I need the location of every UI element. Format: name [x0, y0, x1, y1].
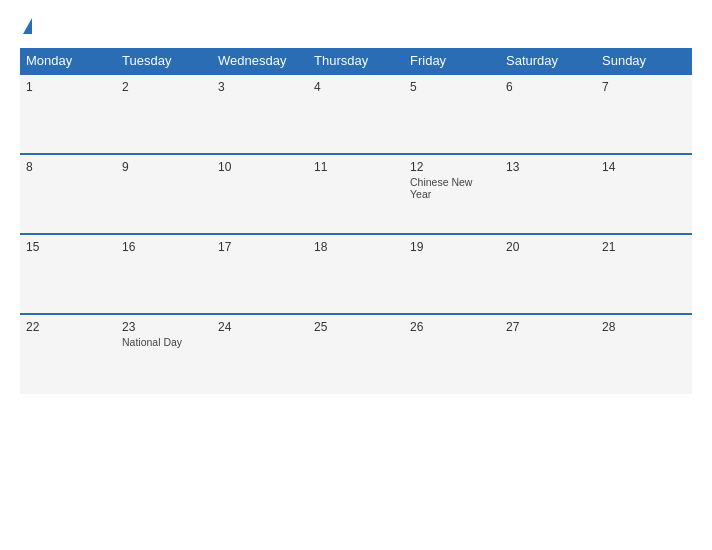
- day-number-26: 26: [410, 320, 494, 334]
- calendar-day-15: 15: [20, 234, 116, 314]
- day-number-25: 25: [314, 320, 398, 334]
- weekday-header-thursday: Thursday: [308, 48, 404, 74]
- day-number-2: 2: [122, 80, 206, 94]
- calendar-day-6: 6: [500, 74, 596, 154]
- calendar-day-3: 3: [212, 74, 308, 154]
- calendar-table: MondayTuesdayWednesdayThursdayFridaySatu…: [20, 48, 692, 394]
- calendar-day-4: 4: [308, 74, 404, 154]
- day-number-14: 14: [602, 160, 686, 174]
- calendar-day-23: 23National Day: [116, 314, 212, 394]
- day-number-1: 1: [26, 80, 110, 94]
- weekday-header-friday: Friday: [404, 48, 500, 74]
- calendar-day-26: 26: [404, 314, 500, 394]
- day-number-21: 21: [602, 240, 686, 254]
- day-number-11: 11: [314, 160, 398, 174]
- calendar-week-4: 2223National Day2425262728: [20, 314, 692, 394]
- event-label-12: Chinese New Year: [410, 176, 494, 200]
- day-number-8: 8: [26, 160, 110, 174]
- calendar-day-16: 16: [116, 234, 212, 314]
- calendar-header-row: MondayTuesdayWednesdayThursdayFridaySatu…: [20, 48, 692, 74]
- day-number-17: 17: [218, 240, 302, 254]
- calendar-day-28: 28: [596, 314, 692, 394]
- day-number-12: 12: [410, 160, 494, 174]
- weekday-header-monday: Monday: [20, 48, 116, 74]
- event-label-23: National Day: [122, 336, 206, 348]
- day-number-23: 23: [122, 320, 206, 334]
- calendar-day-10: 10: [212, 154, 308, 234]
- calendar-day-21: 21: [596, 234, 692, 314]
- calendar-day-24: 24: [212, 314, 308, 394]
- calendar-day-19: 19: [404, 234, 500, 314]
- day-number-18: 18: [314, 240, 398, 254]
- weekday-header-tuesday: Tuesday: [116, 48, 212, 74]
- calendar-day-1: 1: [20, 74, 116, 154]
- weekday-header-wednesday: Wednesday: [212, 48, 308, 74]
- weekday-header-sunday: Sunday: [596, 48, 692, 74]
- weekday-header-saturday: Saturday: [500, 48, 596, 74]
- calendar-day-27: 27: [500, 314, 596, 394]
- calendar-day-8: 8: [20, 154, 116, 234]
- day-number-24: 24: [218, 320, 302, 334]
- calendar-day-12: 12Chinese New Year: [404, 154, 500, 234]
- calendar-day-14: 14: [596, 154, 692, 234]
- calendar-day-22: 22: [20, 314, 116, 394]
- calendar-day-20: 20: [500, 234, 596, 314]
- day-number-16: 16: [122, 240, 206, 254]
- logo: [20, 18, 32, 36]
- day-number-19: 19: [410, 240, 494, 254]
- calendar-day-18: 18: [308, 234, 404, 314]
- calendar-day-5: 5: [404, 74, 500, 154]
- day-number-20: 20: [506, 240, 590, 254]
- calendar-day-13: 13: [500, 154, 596, 234]
- weekday-header-row: MondayTuesdayWednesdayThursdayFridaySatu…: [20, 48, 692, 74]
- calendar-header: [20, 18, 692, 36]
- day-number-4: 4: [314, 80, 398, 94]
- day-number-13: 13: [506, 160, 590, 174]
- day-number-7: 7: [602, 80, 686, 94]
- day-number-27: 27: [506, 320, 590, 334]
- calendar-day-7: 7: [596, 74, 692, 154]
- calendar-day-25: 25: [308, 314, 404, 394]
- day-number-3: 3: [218, 80, 302, 94]
- logo-triangle-icon: [23, 18, 32, 34]
- calendar-day-2: 2: [116, 74, 212, 154]
- day-number-28: 28: [602, 320, 686, 334]
- calendar-day-9: 9: [116, 154, 212, 234]
- calendar-container: MondayTuesdayWednesdayThursdayFridaySatu…: [0, 0, 712, 550]
- calendar-week-3: 15161718192021: [20, 234, 692, 314]
- calendar-day-11: 11: [308, 154, 404, 234]
- day-number-22: 22: [26, 320, 110, 334]
- day-number-10: 10: [218, 160, 302, 174]
- calendar-week-1: 1234567: [20, 74, 692, 154]
- day-number-15: 15: [26, 240, 110, 254]
- calendar-day-17: 17: [212, 234, 308, 314]
- day-number-6: 6: [506, 80, 590, 94]
- day-number-5: 5: [410, 80, 494, 94]
- calendar-week-2: 89101112Chinese New Year1314: [20, 154, 692, 234]
- calendar-body: 123456789101112Chinese New Year131415161…: [20, 74, 692, 394]
- day-number-9: 9: [122, 160, 206, 174]
